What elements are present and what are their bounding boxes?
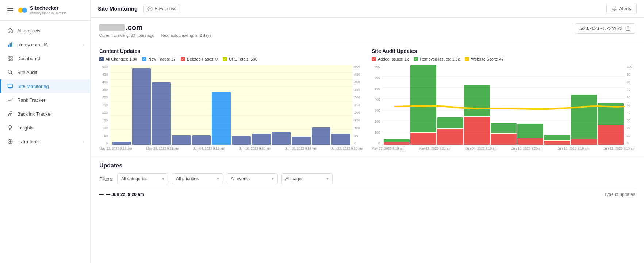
legend-check-added: ✓ <box>372 57 376 61</box>
sidebar-item-backlink-tracker[interactable]: Backlink Tracker <box>0 107 90 121</box>
bar-green-3 <box>437 117 463 129</box>
site-name-suffix: .com <box>126 23 143 32</box>
sidebar-item-rank-tracker[interactable]: Rank Tracker <box>0 93 90 107</box>
svg-rect-14 <box>626 27 630 31</box>
legend-label: Website Score: 47 <box>471 57 504 61</box>
chart-bar-icon <box>7 41 14 48</box>
bar-red-8 <box>571 139 597 145</box>
legend-label: Deleted Pages: 0 <box>187 57 218 61</box>
filter-priorities[interactable]: All priorities ▾ <box>172 173 223 184</box>
filter-categories-label: All categories <box>121 176 147 181</box>
legend-check-deleted-pages: ✓ <box>181 57 185 61</box>
content-updates-legend: ✓ All Changes: 1.8k ✓ New Pages: 17 ✓ De… <box>99 57 363 61</box>
bar-red-9 <box>598 125 624 145</box>
filter-pages[interactable]: All pages ▾ <box>281 173 333 184</box>
date-range-picker[interactable]: 5/23/2023 - 6/22/2023 <box>575 23 635 34</box>
filter-pages-label: All pages <box>285 176 303 181</box>
logo: Sitechecker Proudly made in Ukraine <box>18 5 66 15</box>
charts-section: Content Updates ✓ All Changes: 1.8k ✓ Ne… <box>91 42 644 156</box>
sidebar-item-label: Dashboard <box>17 56 41 61</box>
svg-rect-8 <box>11 59 12 61</box>
bar-red-1 <box>384 142 410 145</box>
legend-new-pages: ✓ New Pages: 17 <box>142 57 176 61</box>
svg-rect-6 <box>11 56 12 58</box>
sidebar-item-plerdy[interactable]: plerdy.com UA › <box>0 38 90 51</box>
y-axis-right-audit: 1009080706050403020100 <box>625 65 635 145</box>
bar-green-5 <box>491 123 517 133</box>
sidebar-item-label: plerdy.com UA <box>17 42 48 47</box>
legend-check-url-totals: ✓ <box>223 57 227 61</box>
logo-icon <box>18 5 28 15</box>
crawl-info: Current crawling: 23 hours ago Next auto… <box>99 33 217 38</box>
filter-priorities-label: All priorities <box>176 176 199 181</box>
bar-red-5 <box>491 134 517 145</box>
bar-green-8 <box>571 95 597 139</box>
bar-6 <box>212 92 231 145</box>
svg-rect-7 <box>8 59 10 61</box>
sidebar-item-label: Extra tools <box>17 139 39 144</box>
bar-7 <box>232 136 251 145</box>
date-label-2: May 29, 2023 9:21 am <box>146 147 179 150</box>
sidebar-item-insights[interactable]: Insights <box>0 121 90 135</box>
audit-bars-inner <box>382 65 625 145</box>
main-content: Site Monitoring ? How to use Alerts .com… <box>91 0 644 263</box>
bar-red-6 <box>517 138 543 145</box>
legend-url-totals: ✓ URL Totals: 500 <box>223 57 257 61</box>
sidebar-nav: All projects plerdy.com UA › Dashboard S… <box>0 21 90 263</box>
legend-label: URL Totals: 500 <box>229 57 257 61</box>
legend-added-issues: ✓ Added Issues: 1k <box>372 57 409 61</box>
sidebar-item-extra-tools[interactable]: Extra tools › <box>0 135 90 148</box>
chevron-down-icon: ▾ <box>162 176 164 181</box>
audit-date-2: May 29, 2023 9:21 am <box>418 147 451 150</box>
filter-events[interactable]: All events ▾ <box>227 173 278 184</box>
legend-removed-issues: ✓ Removed Issues: 1.3k <box>414 57 460 61</box>
legend-deleted-pages: ✓ Deleted Pages: 0 <box>181 57 218 61</box>
bars-inner <box>110 65 353 145</box>
how-to-use-button[interactable]: ? How to use <box>143 4 180 13</box>
legend-all-changes: ✓ All Changes: 1.8k <box>99 57 137 61</box>
bar-5 <box>192 135 211 145</box>
bar-pair-6 <box>517 65 543 145</box>
date-label-6: Jun 22, 2023 9:20 am <box>331 147 363 150</box>
sidebar-item-all-projects[interactable]: All projects <box>0 24 90 38</box>
sidebar-item-label: Site Monitoring <box>17 84 49 89</box>
dash-icon: — <box>99 192 104 197</box>
lightbulb-icon <box>7 124 14 131</box>
updates-date-row: — — Jun 22, 9:20 am Type of updates <box>99 189 635 200</box>
trending-up-icon <box>7 97 14 103</box>
sidebar-item-site-audit[interactable]: Site Audit <box>0 65 90 79</box>
topbar: Site Monitoring ? How to use Alerts <box>91 0 644 18</box>
bar-green-4 <box>464 85 490 117</box>
home-icon <box>7 27 14 34</box>
content-area: .com Current crawling: 23 hours ago Next… <box>91 18 644 263</box>
site-header: .com Current crawling: 23 hours ago Next… <box>91 18 644 42</box>
bar-pair-1 <box>384 65 410 145</box>
alerts-button[interactable]: Alerts <box>606 3 637 14</box>
sidebar-item-label: Insights <box>17 125 34 131</box>
site-audit-chart-wrap: 7006005004003002001000 <box>372 65 635 145</box>
bar-1 <box>112 142 131 145</box>
hamburger-menu[interactable] <box>6 7 15 14</box>
sidebar-item-label: Site Audit <box>17 70 37 75</box>
y-axis-left-audit: 7006005004003002001000 <box>372 65 382 145</box>
how-to-use-label: How to use <box>154 6 176 11</box>
bar-red-2 <box>410 133 436 145</box>
bell-icon <box>612 6 617 11</box>
svg-rect-5 <box>8 56 10 58</box>
updates-title: Updates <box>99 162 635 169</box>
info-icon: ? <box>147 6 153 11</box>
bar-8 <box>252 134 271 145</box>
sidebar: Sitechecker Proudly made in Ukraine All … <box>0 0 91 263</box>
site-name-blur <box>99 24 125 31</box>
svg-rect-2 <box>8 45 9 47</box>
updates-date: — — Jun 22, 9:20 am <box>99 192 144 197</box>
bar-green-7 <box>544 135 570 140</box>
content-updates-title: Content Updates <box>99 48 363 54</box>
alerts-label: Alerts <box>619 6 631 11</box>
filter-categories[interactable]: All categories ▾ <box>117 173 168 184</box>
date-range-value: 5/23/2023 - 6/22/2023 <box>580 26 622 31</box>
sidebar-item-dashboard[interactable]: Dashboard <box>0 51 90 65</box>
content-updates-dates: May 23, 2023 9:19 am May 29, 2023 9:21 a… <box>99 147 363 150</box>
sidebar-item-site-monitoring[interactable]: Site Monitoring <box>0 79 90 93</box>
legend-label: All Changes: 1.8k <box>106 57 137 61</box>
